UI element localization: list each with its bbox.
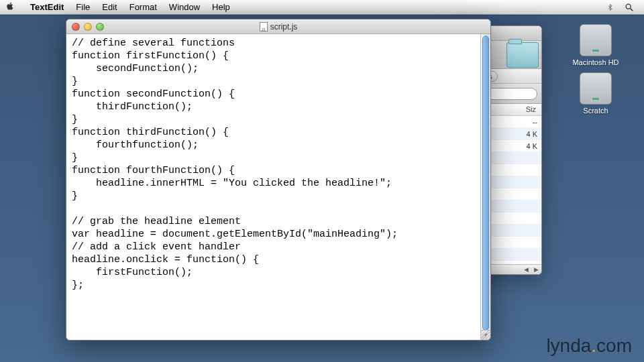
folder-icon [506,42,539,68]
desktop-drive-scratch[interactable]: Scratch [569,72,623,115]
menu-edit[interactable]: Edit [96,2,123,12]
apple-menu-icon[interactable] [5,1,16,13]
close-button[interactable] [72,23,80,31]
drive-icon [580,72,612,105]
editor-content[interactable]: // define several functions function fir… [66,34,480,340]
window-title-text: script.js [270,22,298,32]
svg-point-0 [626,4,631,9]
menu-window[interactable]: Window [163,2,206,12]
app-menu[interactable]: TextEdit [24,2,70,12]
menu-file[interactable]: File [70,2,96,12]
watermark-text: com [596,335,632,356]
drive-label: Macintosh HD [569,58,623,66]
menubar: TextEdit File Edit Format Window Help [0,0,644,15]
scroll-right-icon[interactable]: ▶ [531,265,541,275]
bluetooth-icon[interactable] [605,2,616,13]
window-title: script.js [66,22,490,32]
menu-help[interactable]: Help [206,2,236,12]
desktop-drive-macintosh-hd[interactable]: Macintosh HD [569,24,623,66]
resize-handle[interactable] [480,330,490,340]
minimize-button[interactable] [84,23,92,31]
vertical-scrollbar[interactable]: ▼ [480,34,490,340]
watermark-text: lynda [546,335,591,356]
scroll-left-icon[interactable]: ◀ [521,265,531,275]
window-titlebar[interactable]: script.js [66,19,490,34]
spotlight-icon[interactable] [624,2,635,13]
watermark: lynda.com [546,335,632,357]
textedit-window[interactable]: script.js // define several functions fu… [66,19,491,341]
svg-line-1 [631,8,633,11]
menu-format[interactable]: Format [123,2,163,12]
drive-icon [580,24,612,56]
watermark-dot: . [591,335,596,356]
scrollbar-thumb[interactable] [482,36,489,330]
drive-label: Scratch [569,107,623,115]
document-icon [260,22,268,32]
traffic-lights [66,23,104,31]
zoom-button[interactable] [96,23,104,31]
